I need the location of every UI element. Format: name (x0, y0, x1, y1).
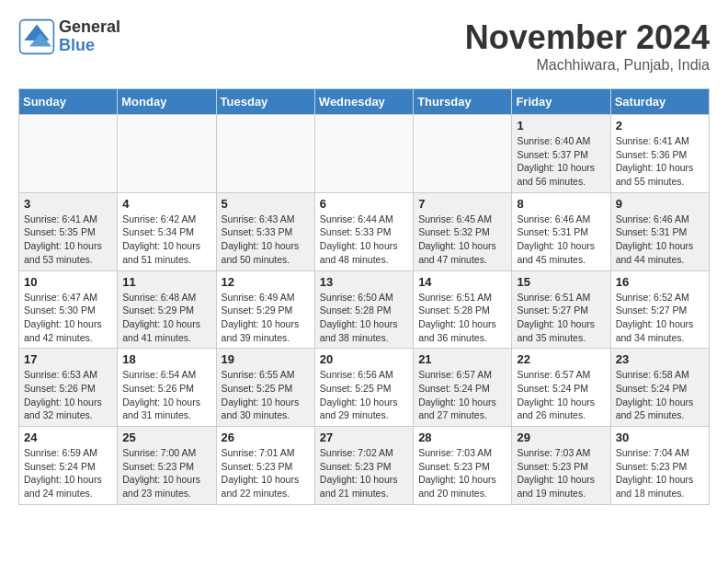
day-info: Sunrise: 6:45 AM Sunset: 5:32 PM Dayligh… (418, 213, 506, 267)
day-info: Sunrise: 7:00 AM Sunset: 5:23 PM Dayligh… (122, 446, 210, 500)
day-number: 6 (320, 197, 408, 211)
calendar-day (216, 115, 314, 193)
logo-general-text: General (59, 18, 120, 37)
day-info: Sunrise: 6:41 AM Sunset: 5:36 PM Dayligh… (616, 134, 704, 189)
day-number: 2 (616, 119, 704, 132)
calendar-day: 2Sunrise: 6:41 AM Sunset: 5:36 PM Daylig… (610, 115, 709, 193)
weekday-header-sunday: Sunday (19, 89, 118, 115)
calendar-day: 1Sunrise: 6:40 AM Sunset: 5:37 PM Daylig… (512, 115, 610, 193)
calendar-day: 11Sunrise: 6:48 AM Sunset: 5:29 PM Dayli… (118, 270, 216, 349)
calendar-day: 7Sunrise: 6:45 AM Sunset: 5:32 PM Daylig… (414, 192, 512, 270)
day-number: 19 (222, 352, 310, 366)
day-info: Sunrise: 6:47 AM Sunset: 5:30 PM Dayligh… (24, 291, 112, 345)
day-number: 26 (222, 431, 310, 444)
day-info: Sunrise: 6:42 AM Sunset: 5:34 PM Dayligh… (122, 213, 210, 267)
day-info: Sunrise: 7:03 AM Sunset: 5:23 PM Dayligh… (517, 446, 605, 500)
calendar-day (19, 115, 118, 193)
logo: General Blue (18, 18, 120, 55)
calendar-day: 27Sunrise: 7:02 AM Sunset: 5:23 PM Dayli… (314, 427, 413, 505)
day-number: 8 (517, 197, 605, 211)
calendar-day: 12Sunrise: 6:49 AM Sunset: 5:29 PM Dayli… (216, 270, 314, 349)
calendar-day: 4Sunrise: 6:42 AM Sunset: 5:34 PM Daylig… (118, 192, 216, 270)
day-number: 13 (320, 275, 408, 289)
page-header: General Blue November 2024 Machhiwara, P… (18, 18, 710, 74)
day-info: Sunrise: 6:52 AM Sunset: 5:27 PM Dayligh… (616, 291, 704, 345)
week-row-4: 17Sunrise: 6:53 AM Sunset: 5:26 PM Dayli… (19, 349, 710, 427)
day-number: 14 (418, 275, 506, 289)
day-info: Sunrise: 6:55 AM Sunset: 5:25 PM Dayligh… (222, 368, 310, 422)
day-info: Sunrise: 6:51 AM Sunset: 5:27 PM Dayligh… (517, 291, 605, 345)
weekday-header-tuesday: Tuesday (216, 89, 314, 115)
week-row-2: 3Sunrise: 6:41 AM Sunset: 5:35 PM Daylig… (19, 192, 710, 270)
day-info: Sunrise: 7:03 AM Sunset: 5:23 PM Dayligh… (418, 446, 506, 500)
calendar-day: 9Sunrise: 6:46 AM Sunset: 5:31 PM Daylig… (610, 192, 709, 270)
calendar-day (314, 115, 413, 193)
day-info: Sunrise: 6:58 AM Sunset: 5:24 PM Dayligh… (616, 368, 704, 422)
calendar-day: 5Sunrise: 6:43 AM Sunset: 5:33 PM Daylig… (216, 192, 314, 270)
day-info: Sunrise: 6:53 AM Sunset: 5:26 PM Dayligh… (24, 368, 112, 422)
day-number: 15 (517, 275, 605, 289)
day-info: Sunrise: 6:50 AM Sunset: 5:28 PM Dayligh… (320, 291, 408, 345)
day-info: Sunrise: 6:44 AM Sunset: 5:33 PM Dayligh… (320, 213, 408, 267)
week-row-1: 1Sunrise: 6:40 AM Sunset: 5:37 PM Daylig… (19, 115, 710, 193)
calendar-day: 22Sunrise: 6:57 AM Sunset: 5:24 PM Dayli… (512, 349, 610, 427)
title-block: November 2024 Machhiwara, Punjab, India (465, 18, 710, 74)
week-row-3: 10Sunrise: 6:47 AM Sunset: 5:30 PM Dayli… (19, 270, 710, 349)
logo-text: General Blue (59, 18, 120, 55)
calendar-day: 16Sunrise: 6:52 AM Sunset: 5:27 PM Dayli… (610, 270, 709, 349)
week-row-5: 24Sunrise: 6:59 AM Sunset: 5:24 PM Dayli… (19, 427, 710, 505)
location-text: Machhiwara, Punjab, India (465, 57, 710, 74)
calendar-day: 10Sunrise: 6:47 AM Sunset: 5:30 PM Dayli… (19, 270, 118, 349)
day-number: 29 (517, 431, 605, 444)
day-number: 20 (320, 352, 408, 366)
calendar-day: 25Sunrise: 7:00 AM Sunset: 5:23 PM Dayli… (118, 427, 216, 505)
day-number: 1 (517, 119, 605, 132)
calendar-day: 30Sunrise: 7:04 AM Sunset: 5:23 PM Dayli… (610, 427, 709, 505)
day-number: 17 (24, 352, 112, 366)
logo-icon (18, 18, 55, 55)
calendar-day: 6Sunrise: 6:44 AM Sunset: 5:33 PM Daylig… (314, 192, 413, 270)
day-number: 4 (122, 197, 210, 211)
logo-blue-text: Blue (59, 37, 120, 55)
month-title: November 2024 (465, 18, 710, 57)
calendar-day: 21Sunrise: 6:57 AM Sunset: 5:24 PM Dayli… (414, 349, 512, 427)
calendar-day: 24Sunrise: 6:59 AM Sunset: 5:24 PM Dayli… (19, 427, 118, 505)
calendar-day: 26Sunrise: 7:01 AM Sunset: 5:23 PM Dayli… (216, 427, 314, 505)
day-info: Sunrise: 6:57 AM Sunset: 5:24 PM Dayligh… (418, 368, 506, 422)
day-info: Sunrise: 6:46 AM Sunset: 5:31 PM Dayligh… (517, 213, 605, 267)
day-info: Sunrise: 6:48 AM Sunset: 5:29 PM Dayligh… (122, 291, 210, 345)
day-info: Sunrise: 6:54 AM Sunset: 5:26 PM Dayligh… (122, 368, 210, 422)
day-number: 5 (222, 197, 310, 211)
calendar-day: 23Sunrise: 6:58 AM Sunset: 5:24 PM Dayli… (610, 349, 709, 427)
day-number: 22 (517, 352, 605, 366)
weekday-header-monday: Monday (118, 89, 216, 115)
calendar-day: 3Sunrise: 6:41 AM Sunset: 5:35 PM Daylig… (19, 192, 118, 270)
day-number: 9 (616, 197, 704, 211)
weekday-header-friday: Friday (512, 89, 610, 115)
calendar-day (118, 115, 216, 193)
day-number: 3 (24, 197, 112, 211)
day-number: 7 (418, 197, 506, 211)
day-number: 16 (616, 275, 704, 289)
calendar-day: 8Sunrise: 6:46 AM Sunset: 5:31 PM Daylig… (512, 192, 610, 270)
calendar-day: 18Sunrise: 6:54 AM Sunset: 5:26 PM Dayli… (118, 349, 216, 427)
day-info: Sunrise: 7:04 AM Sunset: 5:23 PM Dayligh… (616, 446, 704, 500)
day-number: 23 (616, 352, 704, 366)
day-info: Sunrise: 6:46 AM Sunset: 5:31 PM Dayligh… (616, 213, 704, 267)
day-info: Sunrise: 6:56 AM Sunset: 5:25 PM Dayligh… (320, 368, 408, 422)
calendar-day: 20Sunrise: 6:56 AM Sunset: 5:25 PM Dayli… (314, 349, 413, 427)
day-number: 10 (24, 275, 112, 289)
day-number: 21 (418, 352, 506, 366)
day-number: 24 (24, 431, 112, 444)
day-info: Sunrise: 6:43 AM Sunset: 5:33 PM Dayligh… (222, 213, 310, 267)
day-info: Sunrise: 6:59 AM Sunset: 5:24 PM Dayligh… (24, 446, 112, 500)
calendar-day: 15Sunrise: 6:51 AM Sunset: 5:27 PM Dayli… (512, 270, 610, 349)
calendar-day: 13Sunrise: 6:50 AM Sunset: 5:28 PM Dayli… (314, 270, 413, 349)
calendar-day: 14Sunrise: 6:51 AM Sunset: 5:28 PM Dayli… (414, 270, 512, 349)
day-number: 12 (222, 275, 310, 289)
day-number: 18 (122, 352, 210, 366)
day-number: 25 (122, 431, 210, 444)
calendar-day: 28Sunrise: 7:03 AM Sunset: 5:23 PM Dayli… (414, 427, 512, 505)
weekday-header-row: SundayMondayTuesdayWednesdayThursdayFrid… (19, 89, 710, 115)
day-info: Sunrise: 6:51 AM Sunset: 5:28 PM Dayligh… (418, 291, 506, 345)
